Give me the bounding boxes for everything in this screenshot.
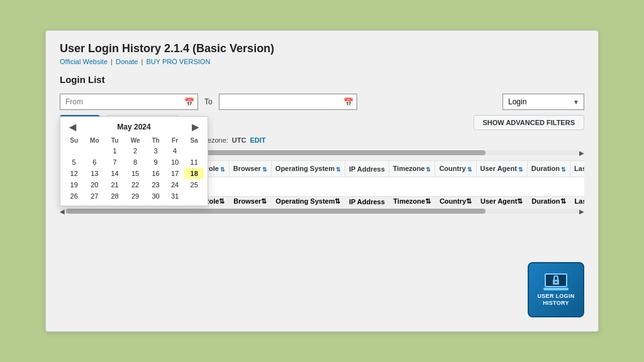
official-website-link[interactable]: Official Website [60,58,108,65]
cal-day-cell[interactable]: 28 [105,190,125,202]
cal-day-header: Su [64,136,84,145]
cal-day-cell[interactable]: 19 [64,179,84,190]
calendar-header: ◀ May 2024 ▶ [64,121,204,133]
to-date-wrap: 📅 [219,94,357,110]
cal-day-cell[interactable]: 6 [84,156,105,168]
col-last_seen[interactable]: Last Seen⇅ [570,161,584,177]
cal-day-cell[interactable]: 2 [125,145,146,156]
cal-day-cell[interactable]: 4 [165,145,185,156]
cal-day-header: Tu [105,136,125,145]
sort-icon-duration[interactable]: ⇅ [560,197,566,205]
from-date-input[interactable] [60,94,198,110]
cal-next-button[interactable]: ▶ [188,121,203,133]
sort-icon-browser[interactable]: ⇅ [262,167,267,173]
cal-day-cell[interactable]: 21 [105,179,125,190]
cal-day-cell[interactable]: 12 [64,168,84,179]
laptop-screen [545,273,567,287]
cal-month-year: May 2024 [117,123,150,131]
col-timezone[interactable]: Timezone⇅ [389,197,435,207]
sort-icon-timezone[interactable]: ⇅ [426,167,431,173]
app-title: User Login History 2.1.4 (Basic Version) [60,42,584,55]
main-container: User Login History 2.1.4 (Basic Version)… [45,30,599,332]
cal-day-cell[interactable]: 27 [84,190,105,202]
cal-day-cell[interactable]: 9 [146,156,165,168]
col-country[interactable]: Country⇅ [435,197,476,207]
cal-day-cell[interactable]: 29 [125,190,146,202]
col-os[interactable]: Operating System⇅ [271,197,345,207]
to-date-input[interactable] [219,94,357,110]
sort-icon-user_agent[interactable]: ⇅ [517,197,523,205]
cal-day-cell[interactable]: 31 [165,190,185,202]
cal-day-cell[interactable]: 15 [125,168,146,179]
logo-text: USER LOGINHISTORY [537,293,574,307]
cal-day-cell[interactable]: 11 [184,156,204,168]
col-user_agent[interactable]: User Agent⇅ [476,161,527,177]
filter-row: 📅 ◀ May 2024 ▶ SuMoTuWeThFrSa 1234567891… [60,94,584,110]
cal-week-row: 19202122232425 [64,179,204,190]
col-browser[interactable]: Browser⇅ [229,197,271,207]
cal-day-cell[interactable]: 23 [146,179,165,190]
logo-badge: USER LOGINHISTORY [528,262,584,317]
cal-day-cell[interactable]: 25 [184,179,204,190]
cal-day-cell[interactable]: 17 [165,168,185,179]
sort-icon-os[interactable]: ⇅ [336,167,341,173]
cal-day-cell[interactable]: 22 [125,179,146,190]
cal-day-cell [64,145,84,156]
sort-icon-duration[interactable]: ⇅ [561,167,566,173]
sort-icon-country[interactable]: ⇅ [466,197,472,205]
col-os[interactable]: Operating System⇅ [271,161,345,177]
cal-day-cell[interactable]: 18 [184,168,204,179]
cal-day-cell[interactable]: 7 [105,156,125,168]
sort-icon-user_agent[interactable]: ⇅ [518,167,523,173]
sort-icon-timezone[interactable]: ⇅ [425,197,431,205]
cal-day-cell[interactable]: 20 [84,179,105,190]
buy-pro-link[interactable]: BUY PRO VERSION [146,58,210,65]
cal-day-cell [84,145,105,156]
sort-icon-old_role[interactable]: ⇅ [220,167,225,173]
cal-week-row: 12131415161718 [64,168,204,179]
show-advanced-button[interactable]: SHOW ADVANCED FILTERS [474,115,584,130]
cal-day-cell[interactable]: 24 [165,179,185,190]
col-browser[interactable]: Browser⇅ [229,161,271,177]
cal-day-cell [184,145,204,156]
cal-day-header: Mo [84,136,105,145]
cal-day-cell[interactable]: 14 [105,168,125,179]
cal-day-cell[interactable]: 1 [105,145,125,156]
cal-day-cell [184,190,204,202]
page-title: Login List [60,74,584,85]
cal-day-header: Sa [184,136,204,145]
cal-week-row: 262728293031 [64,190,204,202]
sort-icon-country[interactable]: ⇅ [467,167,472,173]
login-select-wrap: Login Logout Both ▼ [502,94,584,110]
cal-day-cell[interactable]: 13 [84,168,105,179]
donate-link[interactable]: Donate [116,58,138,65]
col-duration[interactable]: Duration⇅ [527,197,570,207]
from-date-wrap: 📅 ◀ May 2024 ▶ SuMoTuWeThFrSa 1234567891… [60,94,198,110]
cal-day-cell[interactable]: 30 [146,190,165,202]
cal-day-cell[interactable]: 26 [64,190,84,202]
sort-icon-old_role[interactable]: ⇅ [219,197,225,205]
bottom-scroll-left-icon[interactable]: ◀ [60,208,65,215]
timezone-value: UTC [232,136,247,144]
scroll-right-icon[interactable]: ▶ [579,150,584,156]
edit-timezone-link[interactable]: EDIT [250,136,265,144]
bottom-scroll-right-icon[interactable]: ▶ [579,208,584,215]
cal-day-cell[interactable]: 8 [125,156,146,168]
col-duration[interactable]: Duration⇅ [527,161,570,177]
bottom-scrollbar-thumb [66,209,486,214]
cal-day-cell[interactable]: 5 [64,156,84,168]
col-country[interactable]: Country⇅ [435,161,476,177]
sort-icon-browser[interactable]: ⇅ [261,197,267,205]
col-timezone[interactable]: Timezone⇅ [389,161,435,177]
login-type-select[interactable]: Login Logout Both [502,94,584,110]
col-last_seen[interactable]: Last Seen⇅ [570,197,584,207]
lock-icon [552,275,560,286]
cal-prev-button[interactable]: ◀ [65,121,80,133]
cal-day-cell[interactable]: 3 [146,145,165,156]
sort-icon-os[interactable]: ⇅ [335,197,340,205]
cal-day-cell[interactable]: 10 [165,156,185,168]
col-user_agent[interactable]: User Agent⇅ [476,197,527,207]
bottom-scrollbar[interactable]: ◀ ▶ [60,209,584,214]
cal-day-cell[interactable]: 16 [146,168,165,179]
col-ip: IP Address [345,197,389,207]
